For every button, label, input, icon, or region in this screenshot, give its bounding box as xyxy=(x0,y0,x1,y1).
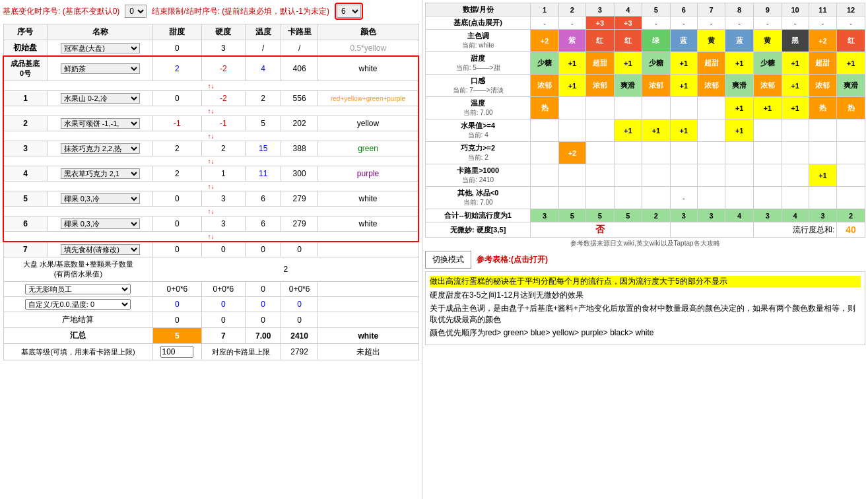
row0-select[interactable]: 鲜奶茶 xyxy=(61,63,140,74)
info-line: 做出高流行蛋糕的秘诀在于平均分配每个月的流行点，因为流行度大于5的部分不显示 xyxy=(430,276,861,287)
row5-seq: 5 xyxy=(3,191,47,207)
grid-cell xyxy=(558,187,585,209)
custom-v3: 0 xyxy=(246,297,281,312)
initial-color: 0.5*yellow xyxy=(318,40,418,57)
base-grade-label2: 对应的卡路里上限 xyxy=(201,344,281,360)
grid-cell xyxy=(809,142,837,164)
total-cell: 3 xyxy=(753,209,782,222)
row1-color: red+yellow+green+purple xyxy=(318,91,418,106)
row2-name[interactable]: 水果可颂饼 -1,-1, xyxy=(47,116,152,131)
end-control-select[interactable]: -10123456 xyxy=(337,5,361,18)
row4-seq: 4 xyxy=(3,166,47,182)
grid-cell: 超甜 xyxy=(809,52,837,75)
grid-cell xyxy=(642,97,671,119)
row2-temp: 5 xyxy=(246,116,281,131)
grid-cell: 红 xyxy=(837,30,865,52)
grid-cell: 爽滑 xyxy=(837,75,865,97)
staff-row: 无无影响员工 0+0*6 0+0*6 0 0+0*6 xyxy=(3,282,418,297)
row0-hard: -2 xyxy=(201,56,246,81)
grid-cell xyxy=(642,187,671,209)
row1-name[interactable]: 水果山 0-2,冷 xyxy=(47,91,152,106)
total-cell: 5 xyxy=(558,209,585,222)
grid-cell xyxy=(642,142,671,164)
fruit-count-value: 2 xyxy=(153,257,418,282)
grid-cell: +1 xyxy=(642,119,671,142)
wumiao-value: 否 xyxy=(531,222,670,238)
arrow-row-0: ↑↓ xyxy=(3,81,418,91)
grid-cell xyxy=(558,97,585,119)
grid-cell: - xyxy=(782,17,809,30)
grid-cell: 爽滑 xyxy=(725,75,754,97)
col-hard: 硬度 xyxy=(201,24,246,40)
row2-hard: -1 xyxy=(201,116,246,131)
staff-v2: 0+0*6 xyxy=(201,282,246,297)
total-cell: 4 xyxy=(725,209,754,222)
base-change-select[interactable]: 0123 xyxy=(125,5,147,18)
grid-cell: 蓝 xyxy=(725,30,754,52)
row4-select[interactable]: 黑衣草巧克力 2,1 xyxy=(61,168,140,179)
grid-cell xyxy=(782,187,809,209)
finished-row-2: 2 水果可颂饼 -1,-1, -1 -1 5 202 yellow xyxy=(3,116,418,131)
staff-select-cell[interactable]: 无无影响员工 xyxy=(3,282,153,297)
row6-cal: 279 xyxy=(281,216,318,232)
grid-cell xyxy=(614,97,642,119)
custom-select[interactable]: 自定义/无0.0,温度: 0 xyxy=(25,299,131,310)
total-cell: 5 xyxy=(585,209,614,222)
row4-name[interactable]: 黑衣草巧克力 2,1 xyxy=(47,166,152,182)
initial-row: 初始盘 冠军盘(大盘) 0 3 / / 0.5*yellow xyxy=(3,40,418,57)
grid-cell: 黄 xyxy=(753,30,782,52)
col-seq: 序号 xyxy=(3,24,47,40)
initial-name[interactable]: 冠军盘(大盘) xyxy=(47,40,152,57)
grid-cell: 浓郁 xyxy=(642,75,671,97)
row0-name[interactable]: 鲜奶茶 xyxy=(47,56,152,81)
grid-cell: - xyxy=(837,17,865,30)
grid-cell xyxy=(753,119,782,142)
summary-label: 汇总 xyxy=(3,328,153,344)
base-grade-value-cell[interactable] xyxy=(153,344,201,360)
grid-cell: - xyxy=(642,17,671,30)
custom-select-cell[interactable]: 自定义/无0.0,温度: 0 xyxy=(3,297,153,312)
grid-cell: 爽滑 xyxy=(614,75,642,97)
row5-name[interactable]: 椰果 0,3,冷 xyxy=(47,191,152,207)
row2-seq: 2 xyxy=(3,116,47,131)
row1-seq: 1 xyxy=(3,91,47,106)
grid-cell xyxy=(531,142,559,164)
row7-select[interactable]: 填先食材(请修改) xyxy=(61,244,140,255)
row3-select[interactable]: 抹茶巧克力 2,2,热 xyxy=(61,143,140,154)
row2-select[interactable]: 水果可颂饼 -1,-1, xyxy=(61,118,140,129)
base-grade-input[interactable] xyxy=(160,346,193,358)
grid-row: 主色调当前: white+2紫红红绿蓝黄蓝黄黑+2红 xyxy=(426,30,865,52)
row3-name[interactable]: 抹茶巧克力 2,2,热 xyxy=(47,141,152,156)
row1-select[interactable]: 水果山 0-2,冷 xyxy=(61,93,140,104)
liuxing-value: 40 xyxy=(837,222,865,238)
ref-table-link[interactable]: 参考表格:(点击打开) xyxy=(477,254,548,265)
col-sweet: 甜度 xyxy=(153,24,201,40)
grid-cell: +1 xyxy=(725,52,754,75)
total-cell: 2 xyxy=(837,209,865,222)
row7-name[interactable]: 填先食材(请修改) xyxy=(47,242,152,257)
row7-sweet: 0 xyxy=(153,242,201,257)
switch-mode-button[interactable]: 切换模式 xyxy=(425,251,471,269)
grid-cell: +1 xyxy=(670,75,697,97)
grid-cell: 红 xyxy=(614,30,642,52)
row6-name[interactable]: 椰果 0,3,冷 xyxy=(47,216,152,232)
grid-cell: +2 xyxy=(531,30,559,52)
grid-cell xyxy=(697,187,725,209)
grid-title: 数据/月份 xyxy=(426,3,531,17)
staff-select[interactable]: 无无影响员工 xyxy=(25,284,131,294)
row5-select[interactable]: 椰果 0,3,冷 xyxy=(61,193,140,204)
grid-cell xyxy=(614,164,642,187)
row0-color: white xyxy=(318,56,418,81)
row6-select[interactable]: 椰果 0,3,冷 xyxy=(61,218,140,229)
summary-sweet: 5 xyxy=(153,328,201,344)
grid-cell xyxy=(782,119,809,142)
summary-temp: 7.00 xyxy=(246,328,281,344)
row4-hard: 1 xyxy=(201,166,246,182)
summary-hard: 7 xyxy=(201,328,246,344)
initial-name-select[interactable]: 冠军盘(大盘) xyxy=(61,43,140,53)
fruit-count-label: 大盘 水果/基底数量+整颗果子数量 (有两倍水果值) xyxy=(3,257,153,282)
arrow-row-1: ↑↓ xyxy=(3,106,418,116)
custom-v4: 0 xyxy=(281,297,318,312)
row2-cal: 202 xyxy=(281,116,318,131)
base-grade-limit: 2792 xyxy=(281,344,318,360)
